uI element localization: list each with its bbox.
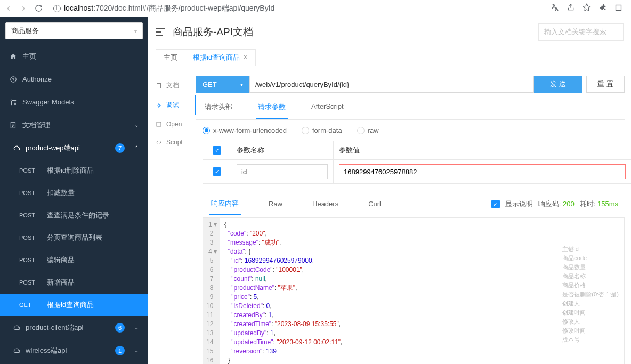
service-select[interactable]: 商品服务 ▾ <box>5 22 143 39</box>
chevron-down-icon: ▾ <box>240 82 243 87</box>
sidebar-api-wireless[interactable]: wireless端api 1 ⌄ <box>0 339 148 362</box>
url-host: localhost <box>64 4 93 12</box>
response-meta: ✓ 显示说明 响应码: 200 耗时: 155ms <box>491 199 618 209</box>
nav-debug[interactable]: 调试 <box>148 95 196 115</box>
endpoint-label: 分页查询商品列表 <box>47 233 102 242</box>
sidebar-home[interactable]: 主页 <box>0 45 148 68</box>
sidebar-api-wep-label: product-wep端api <box>26 143 80 153</box>
tab-home[interactable]: 主页 <box>156 49 185 66</box>
resp-tab-raw[interactable]: Raw <box>266 195 285 214</box>
chrome-actions <box>551 3 627 13</box>
resp-time: 155ms <box>597 200 618 208</box>
request-bar: GET ▾ /web/v1/product/queryById/{id} 发 送… <box>196 76 625 93</box>
sidebar-endpoint[interactable]: POST分页查询商品列表 <box>0 227 148 249</box>
search-input[interactable]: 输入文档关键字搜索 <box>538 23 624 41</box>
sidebar-api-wep[interactable]: product-wep端api 7 ⌃ <box>0 136 148 159</box>
debug-panel: GET ▾ /web/v1/product/queryById/{id} 发 送… <box>196 68 631 364</box>
method-select[interactable]: GET ▾ <box>196 76 249 93</box>
method-label: POST <box>19 190 39 196</box>
table-row: ✓ <box>203 160 631 183</box>
sidebar-api-client[interactable]: product-client端api 6 ⌄ <box>0 316 148 339</box>
forward-button[interactable] <box>19 4 28 13</box>
col-value: 参数值 <box>333 141 631 159</box>
url-input[interactable]: /web/v1/product/queryById/{id} <box>249 76 534 93</box>
param-name-input[interactable] <box>237 164 328 179</box>
response-tabs: 响应内容 Raw Headers Curl ✓ 显示说明 响应码: 200 耗时… <box>203 193 625 215</box>
encoding-radios: x-www-form-urlencoded form-data raw <box>196 120 631 141</box>
sidebar-endpoint[interactable]: GET根据id查询商品 <box>0 294 148 316</box>
cloud-icon <box>13 347 20 354</box>
nav-doc[interactable]: 文档 <box>148 76 196 95</box>
nav-open[interactable]: Open <box>148 115 196 133</box>
show-desc-check[interactable]: ✓ <box>491 200 500 208</box>
resp-tab-headers[interactable]: Headers <box>310 195 341 214</box>
cloud-icon <box>13 144 20 152</box>
svg-rect-0 <box>616 5 621 10</box>
code-gutter: 1 ▾ 2 3 4 ▾ 5 6 7 8 9 10 11 12 13 14 15 … <box>203 218 220 364</box>
svg-point-4 <box>14 100 15 101</box>
check-all[interactable]: ✓ <box>213 146 221 155</box>
request-subtabs: 请求头部 请求参数 AfterScript <box>196 97 625 120</box>
endpoint-label: 扣减数量 <box>47 188 75 198</box>
subtab-params[interactable]: 请求参数 <box>256 97 288 119</box>
tab-active-label: 根据id查询商品 <box>193 53 240 62</box>
sidebar-endpoint[interactable]: POST扣减数量 <box>0 182 148 204</box>
send-button[interactable]: 发 送 <box>534 76 582 93</box>
resp-tab-content[interactable]: 响应内容 <box>209 193 241 215</box>
tab-active[interactable]: 根据id查询商品 ✕ <box>185 49 256 66</box>
back-button[interactable] <box>4 4 13 13</box>
page-tabs: 主页 根据id查询商品 ✕ <box>148 47 631 68</box>
api-count-badge: 6 <box>115 323 125 333</box>
svg-point-5 <box>11 103 12 104</box>
api-count-badge: 7 <box>115 143 125 153</box>
sidebar-api-client-label: product-client端api <box>26 323 83 333</box>
service-select-label: 商品服务 <box>11 26 39 36</box>
response-body: 1 ▾ 2 3 4 ▾ 5 6 7 8 9 10 11 12 13 14 15 … <box>203 217 625 364</box>
radio-xform[interactable]: x-www-form-urlencoded <box>203 126 287 134</box>
sidebar-endpoint[interactable]: POST查查满足条件的记录 <box>0 204 148 227</box>
chevron-down-icon: ▾ <box>134 28 137 34</box>
sidebar-endpoint[interactable]: POST根据id删除商品 <box>0 159 148 182</box>
collapse-sidebar-button[interactable] <box>156 28 165 36</box>
sidebar-endpoint[interactable]: POST新增商品 <box>0 271 148 294</box>
sidebar-docmgmt[interactable]: 文档管理 ⌄ <box>0 114 148 136</box>
sidebar-authorize[interactable]: Authorize <box>0 68 148 91</box>
resp-code: 200 <box>563 200 575 208</box>
lock-icon <box>10 76 17 83</box>
extensions-icon[interactable] <box>598 3 607 13</box>
subtab-afterscript[interactable]: AfterScript <box>309 97 346 119</box>
svg-point-9 <box>158 104 160 107</box>
window-icon[interactable] <box>614 4 622 13</box>
nav-doc-label: 文档 <box>166 81 179 90</box>
reset-button[interactable]: 重 置 <box>586 76 625 93</box>
address-bar[interactable]: localhost:7020/doc.html#/商品服务/product-we… <box>49 2 544 15</box>
share-icon[interactable] <box>567 3 575 13</box>
nav-script[interactable]: Script <box>148 133 196 151</box>
chevron-down-icon: ⌄ <box>134 325 139 330</box>
radio-formdata[interactable]: form-data <box>302 126 342 134</box>
svg-rect-10 <box>157 122 161 126</box>
method-label: POST <box>19 212 39 219</box>
resp-code-label: 响应码: <box>538 200 561 208</box>
sidebar-endpoint[interactable]: POST编辑商品 <box>0 249 148 271</box>
close-icon[interactable]: ✕ <box>243 54 248 61</box>
subtab-headers[interactable]: 请求头部 <box>203 97 234 119</box>
params-table: ✓ 参数名称 参数值 ✓ <box>203 141 631 184</box>
col-name: 参数名称 <box>231 141 333 159</box>
url-path: :7020/doc.html#/商品服务/product-wep端api/que… <box>93 4 274 12</box>
table-header-row: ✓ 参数名称 参数值 <box>203 141 631 160</box>
radio-raw[interactable]: raw <box>357 126 379 134</box>
reload-button[interactable] <box>34 4 43 13</box>
translate-icon[interactable] <box>551 3 559 13</box>
row-check[interactable]: ✓ <box>213 167 221 176</box>
bookmark-icon[interactable] <box>583 3 591 13</box>
sidebar-api-wireless-label: wireless端api <box>26 346 67 355</box>
chevron-down-icon: ⌄ <box>134 122 139 128</box>
param-value-input[interactable] <box>339 164 626 179</box>
endpoint-label: 编辑商品 <box>47 255 75 265</box>
resp-tab-curl[interactable]: Curl <box>366 195 383 214</box>
api-count-badge: 1 <box>115 346 125 355</box>
sidebar-swagger[interactable]: Swagger Models <box>0 91 148 114</box>
endpoint-label: 查查满足条件的记录 <box>47 211 109 220</box>
sidebar-swagger-label: Swagger Models <box>22 98 74 106</box>
